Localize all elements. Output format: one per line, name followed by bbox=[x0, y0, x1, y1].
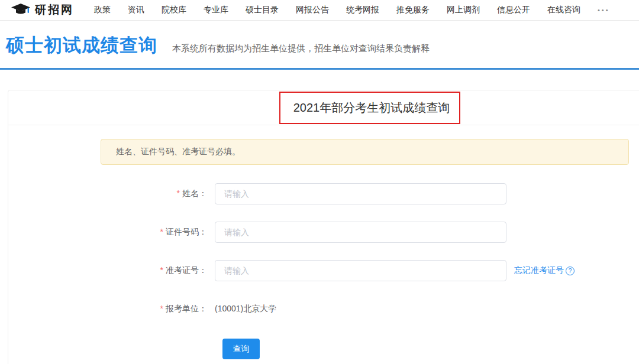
nav-item-policy[interactable]: 政策 bbox=[94, 5, 111, 15]
graduation-cap-icon bbox=[11, 3, 31, 17]
query-button[interactable]: 查询 bbox=[222, 339, 260, 359]
form-row-id-number: *证件号码： bbox=[8, 222, 639, 243]
nav-item-news[interactable]: 资讯 bbox=[128, 5, 144, 15]
required-asterisk: * bbox=[160, 265, 163, 275]
page-subtitle: 本系统所有数据均为招生单位提供，招生单位对查询结果负责解释 bbox=[172, 43, 430, 54]
admission-ticket-label: *准考证号： bbox=[8, 265, 215, 276]
name-label: *姓名： bbox=[8, 188, 215, 199]
nav-item-online-adjustment[interactable]: 网上调剂 bbox=[447, 5, 480, 15]
target-unit-value: (10001)北京大学 bbox=[215, 304, 276, 314]
nav-more-icon[interactable]: ••• bbox=[598, 6, 610, 14]
top-navigation-bar: 研招网 政策 资讯 院校库 专业库 硕士目录 网报公告 统考网报 推免服务 网上… bbox=[0, 0, 639, 21]
required-fields-alert: 姓名、证件号码、准考证号必填。 bbox=[101, 139, 629, 165]
nav-item-unified-exam-report[interactable]: 统考网报 bbox=[346, 5, 379, 15]
nav-item-college-library[interactable]: 院校库 bbox=[162, 5, 186, 15]
nav-item-online-report-notice[interactable]: 网报公告 bbox=[296, 5, 329, 15]
button-row: 查询 bbox=[8, 339, 639, 359]
name-input[interactable] bbox=[215, 183, 506, 204]
brand-name: 研招网 bbox=[35, 2, 74, 18]
nav-item-exempt-service[interactable]: 推免服务 bbox=[396, 5, 430, 15]
forgot-ticket-link[interactable]: 忘记准考证号 ? bbox=[514, 265, 575, 276]
site-logo[interactable]: 研招网 bbox=[11, 2, 74, 18]
nav-item-online-consult[interactable]: 在线咨询 bbox=[547, 5, 580, 15]
id-number-input[interactable] bbox=[215, 222, 506, 243]
required-asterisk: * bbox=[160, 227, 163, 236]
nav-item-major-library[interactable]: 专业库 bbox=[204, 5, 228, 15]
alert-text: 姓名、证件号码、准考证号必填。 bbox=[116, 147, 240, 157]
nav-item-master-catalog[interactable]: 硕士目录 bbox=[246, 5, 279, 15]
score-query-card: 2021年部分考生初试成绩查询 姓名、证件号码、准考证号必填。 *姓名： *证件… bbox=[8, 90, 639, 364]
form-row-name: *姓名： bbox=[8, 183, 639, 204]
form-row-admission-ticket: *准考证号： 忘记准考证号 ? bbox=[8, 260, 639, 281]
page-title: 硕士初试成绩查询 bbox=[6, 33, 157, 58]
required-asterisk: * bbox=[160, 304, 163, 313]
query-form: *姓名： *证件号码： *准考证号： 忘记准考证号 ? *报考单位： (1 bbox=[8, 183, 639, 359]
target-unit-label: *报考单位： bbox=[8, 304, 215, 314]
question-circle-icon: ? bbox=[566, 266, 575, 275]
admission-ticket-input[interactable] bbox=[215, 260, 506, 281]
nav-item-info-disclosure[interactable]: 信息公开 bbox=[497, 5, 530, 15]
required-asterisk: * bbox=[177, 188, 180, 198]
id-number-label: *证件号码： bbox=[8, 227, 215, 238]
card-header: 2021年部分考生初试成绩查询 bbox=[8, 90, 639, 125]
nav-menu: 政策 资讯 院校库 专业库 硕士目录 网报公告 统考网报 推免服务 网上调剂 信… bbox=[94, 5, 610, 15]
form-row-target-unit: *报考单位： (10001)北京大学 bbox=[8, 298, 639, 320]
page-header: 硕士初试成绩查询 本系统所有数据均为招生单位提供，招生单位对查询结果负责解释 bbox=[0, 21, 639, 70]
card-title: 2021年部分考生初试成绩查询 bbox=[293, 100, 450, 116]
